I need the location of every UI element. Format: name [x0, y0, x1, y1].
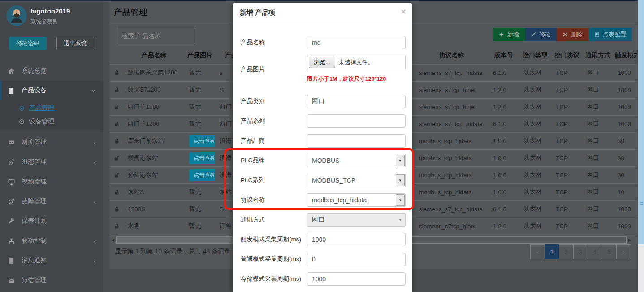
logout-button[interactable]: 退出系统 [56, 37, 94, 50]
selected-value: modbus_tcp_hidata [307, 196, 395, 204]
product-name-input[interactable] [307, 36, 406, 49]
vertical-scrollbar[interactable] [638, 0, 644, 292]
cell-name: 西门子1200 [123, 115, 185, 132]
records-summary: 显示第 1 到第 10 条记录，总共 48 条记录 [115, 248, 230, 256]
storage-cycle-input[interactable] [307, 272, 406, 286]
product-vendor-input[interactable] [307, 134, 406, 148]
plc-series-select[interactable]: MODBUS_TCP ▼ [307, 174, 406, 187]
form-row-plc-series: PLC系列 MODBUS_TCP ▼ [241, 174, 412, 187]
cell-image: 暂无 [185, 81, 215, 98]
selected-value: 网口 [307, 216, 395, 224]
cell-trigger: 30 [613, 166, 637, 183]
scrollbar-grip-icon [640, 201, 643, 205]
cell-protocol: siemens_s7tcp_hinet [415, 81, 488, 98]
sidebar-item-maintenance-plan[interactable]: 保养计划 [0, 211, 103, 231]
form-row-comm-mode: 通讯方式 网口 ▼ [241, 213, 412, 227]
cell-iface_proto: TCP [551, 98, 583, 115]
sidebar-item-label: 视频管理 [22, 178, 96, 186]
unlock-icon [110, 166, 123, 183]
protocol-name-select[interactable]: modbus_tcp_hidata ▼ [307, 193, 406, 207]
cell-iface_type: 以太网 [519, 218, 551, 235]
cell-image: 点击查看 [185, 132, 215, 149]
sidebar-item-product-mgmt[interactable]: 产品管理 [0, 101, 103, 115]
sidebar-submenu: 产品管理设备管理 [0, 100, 103, 132]
pagination-page-2[interactable]: 2 [559, 244, 574, 259]
sidebar-item-gateway-mgmt[interactable]: 网关管理‹ [0, 132, 103, 152]
cell-version: 6.1.0 [488, 200, 519, 218]
comm-mode-select[interactable]: 网口 ▼ [307, 213, 406, 227]
vertical-scrollbar-thumb[interactable] [638, 0, 644, 244]
sidebar-item-label: 短信管理 [22, 276, 96, 284]
column-header-iface_type: 接口类型 [519, 47, 551, 64]
lock-icon [110, 81, 123, 98]
caret-down-icon: ▼ [396, 194, 405, 206]
modal-body: 产品名称产品图片 浏览... 未选择文件。 图片小于1M，建议尺寸120*120… [233, 23, 412, 292]
view-image-button[interactable]: 点击查看 [189, 169, 215, 181]
sidebar-item-label: 保养计划 [22, 217, 96, 225]
form-row-product-vendor: 产品厂商 [241, 134, 412, 148]
column-header-comm: 通讯方式 [583, 47, 613, 64]
add-button[interactable]: 新增 [493, 28, 525, 41]
cell-name: 庶来门前泵站 [123, 132, 185, 149]
normal-cycle-input[interactable] [307, 253, 406, 266]
cell-iface_type: 以太网 [519, 115, 551, 132]
cell-name: 西门子1500 [123, 98, 185, 115]
cell-protocol: siemens_s7_tcp_hidata [415, 200, 488, 218]
cell-trigger: 1000 [613, 81, 637, 98]
sidebar-item-linkage-control[interactable]: 联动控制‹ [0, 231, 103, 251]
sidebar-item-fault-mgmt[interactable]: 故障管理‹ [0, 192, 103, 211]
modal-header: 新增 产品项 × [233, 3, 412, 23]
avatar[interactable] [6, 5, 27, 26]
gears-icon [8, 198, 16, 205]
edit-button[interactable]: 修改 [525, 28, 557, 41]
column-header-trigger: 触发模式采集周期 [613, 47, 637, 64]
unlock-icon [110, 98, 123, 115]
selected-value: MODBUS_TCP [307, 177, 395, 184]
sidebar-item-message-notify[interactable]: 消息通知‹ [0, 251, 103, 270]
pagination-page-5[interactable]: 5 [602, 244, 617, 259]
lock-icon [110, 218, 123, 235]
cell-name: 数采S71200 [123, 81, 185, 98]
cell-version: 1.2.0 [488, 81, 519, 98]
delete-button[interactable]: 删除 [557, 28, 588, 41]
cell-image: 暂无 [185, 218, 215, 235]
view-image-button[interactable]: 点击查看 [189, 135, 215, 147]
cell-image: 暂无 [185, 115, 215, 132]
pagination-prev[interactable]: ‹ [530, 244, 545, 259]
pagination-next[interactable]: › [616, 244, 631, 259]
file-input[interactable]: 浏览... 未选择文件。 [307, 56, 406, 69]
sidebar-item-label: 消息通知 [22, 257, 94, 265]
product-series-input[interactable] [307, 114, 406, 128]
scroll-right-arrow-icon[interactable]: ▶ [627, 238, 633, 242]
sidebar-item-overview[interactable]: 系统总览 [0, 61, 103, 81]
browse-button[interactable]: 浏览... [309, 57, 335, 68]
change-password-button[interactable]: 修改密码 [9, 37, 47, 50]
plc-brand-select[interactable]: MODBUS ▼ [307, 154, 406, 167]
scroll-left-arrow-icon[interactable]: ◀ [110, 238, 116, 242]
pagination-page-3[interactable]: 3 [573, 244, 588, 259]
pagination-page-4[interactable]: 4 [588, 244, 602, 259]
trigger-cycle-input[interactable] [307, 233, 406, 246]
sidebar-item-config-mgmt[interactable]: 组态管理‹ [0, 152, 103, 172]
view-image-button[interactable]: 点击查看 [189, 152, 215, 164]
cell-trigger: 1000 [613, 64, 637, 81]
sidebar-item-sms-mgmt[interactable]: 短信管理 [0, 270, 103, 290]
search-input[interactable] [117, 28, 195, 44]
sidebar-item-video-mgmt[interactable]: 视频管理 [0, 172, 103, 192]
form-row-product-image: 产品图片 浏览... 未选择文件。 图片小于1M，建议尺寸120*120 [241, 56, 412, 83]
product-category-input[interactable] [307, 95, 406, 108]
file-status: 未选择文件。 [339, 58, 374, 66]
sidebar-item-device-mgmt[interactable]: 设备管理 [0, 115, 103, 128]
sidebar-item-product-device[interactable]: 产品设备 [0, 81, 103, 100]
book-icon [8, 87, 16, 94]
close-icon[interactable]: × [401, 7, 406, 16]
pagination-page-1[interactable]: 1 [545, 244, 559, 259]
config-button[interactable]: P点表配置 [588, 28, 632, 41]
toolbar: 新增修改删除P点表配置 [493, 28, 632, 41]
sidebar-item-label: 产品管理 [29, 104, 54, 112]
cell-iface_proto: TCP [551, 132, 583, 149]
sidebar-item-label: 联动控制 [22, 237, 94, 245]
cell-iface_proto: TCP [551, 166, 583, 183]
cell-name: 孙陆港泵站 [123, 166, 185, 183]
cell-name: 水务 [123, 218, 185, 235]
